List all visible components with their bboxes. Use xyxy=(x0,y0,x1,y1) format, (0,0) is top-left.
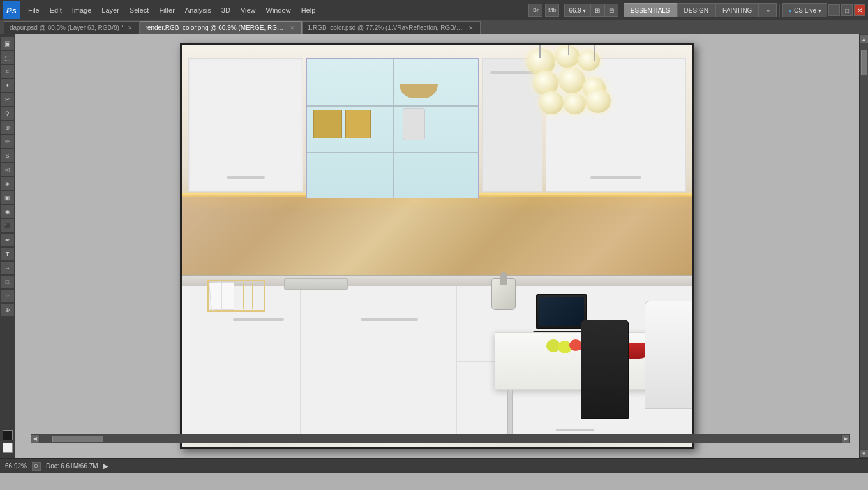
shelf-line-1 xyxy=(307,105,478,107)
left-tools-panel: ▣ ⬚ ⌗ ✦ ✂ ⚲ ⊕ ✏ S ◎ ◈ ▣ ◉ ⬛ ✒ T → □ ☞ ⊕ xyxy=(0,34,15,458)
scroll-thumb-vertical[interactable] xyxy=(861,50,867,75)
menu-edit[interactable]: Edit xyxy=(45,4,67,17)
zoom-percentage: 66.92% xyxy=(5,463,27,470)
pen-tool[interactable]: ✒ xyxy=(1,234,14,246)
menu-select[interactable]: Select xyxy=(124,4,154,17)
rack-wire-5 xyxy=(252,283,253,309)
canvas-area[interactable]: ◀ ▶ xyxy=(15,34,859,458)
menu-layer[interactable]: Layer xyxy=(96,4,124,17)
grid-toggle[interactable]: ⊞ xyxy=(590,4,604,17)
kettle-lid xyxy=(500,272,507,285)
status-arrow[interactable]: ▶ xyxy=(103,463,108,470)
dish-rack xyxy=(201,280,271,315)
cabinet-handle-right xyxy=(590,176,641,179)
type-tool[interactable]: T xyxy=(1,248,14,260)
move-tool[interactable]: ▣ xyxy=(1,37,14,50)
horizontal-scrollbar[interactable]: ◀ ▶ xyxy=(31,434,850,443)
document-info: Doc: 6.61M/66.7M xyxy=(46,463,98,470)
clone-tool[interactable]: S xyxy=(1,149,14,162)
mini-bridge-icon[interactable]: Mb xyxy=(545,4,559,17)
zoom-status-icon[interactable]: ⊕ xyxy=(32,462,41,471)
sink-area xyxy=(284,278,348,290)
chandelier-bulb-5 xyxy=(558,68,585,93)
eyedropper-tool[interactable]: ⚲ xyxy=(1,107,14,120)
gradient-tool[interactable]: ▣ xyxy=(1,191,14,204)
tab-dapur[interactable]: dapur.psd @ 80.5% (Layer 63, RGB/8) * ✕ xyxy=(4,21,140,34)
cs-live-button[interactable]: ● CS Live ▾ xyxy=(782,3,827,17)
main-area: ▣ ⬚ ⌗ ✦ ✂ ⚲ ⊕ ✏ S ◎ ◈ ▣ ◉ ⬛ ✒ T → □ ☞ ⊕ xyxy=(0,34,868,458)
scroll-up-arrow[interactable]: ▲ xyxy=(860,34,869,43)
workspace-essentials[interactable]: ESSENTIALS xyxy=(624,3,677,17)
healing-tool[interactable]: ⊕ xyxy=(1,121,14,134)
ps-logo: Ps xyxy=(3,1,20,19)
scroll-down-arrow[interactable]: ▼ xyxy=(860,449,869,458)
plate-2 xyxy=(221,282,234,310)
tab-close-vray[interactable]: ✕ xyxy=(467,24,475,32)
tab-render[interactable]: render.RGB_color.png @ 66.9% (MERGE, RGB… xyxy=(140,21,302,34)
scroll-track-vertical[interactable] xyxy=(860,43,868,449)
menu-help[interactable]: Help xyxy=(296,4,321,17)
window-maximize[interactable]: □ xyxy=(841,4,853,16)
dodge-tool[interactable]: ⬛ xyxy=(1,219,14,232)
shelf-line-2 xyxy=(307,152,478,153)
arrange-toggle[interactable]: ⊟ xyxy=(604,4,618,17)
rack-wire-4 xyxy=(243,283,244,309)
shape-tool[interactable]: □ xyxy=(1,276,14,288)
vertical-scrollbar[interactable]: ▲ ▼ xyxy=(859,34,868,458)
menu-view[interactable]: View xyxy=(236,4,261,17)
tab-vray[interactable]: 1.RGB_color.psd @ 77.2% (1.VRayReflectio… xyxy=(302,21,481,34)
path-select-tool[interactable]: → xyxy=(1,262,14,274)
background-color[interactable] xyxy=(3,443,13,453)
open-shelf-area xyxy=(306,58,479,198)
quick-select-tool[interactable]: ✦ xyxy=(1,79,14,92)
kitchen-backsplash xyxy=(182,195,692,278)
canvas-frame xyxy=(180,43,694,449)
bridge-icon[interactable]: Br xyxy=(528,4,542,17)
tab-close-dapur[interactable]: ✕ xyxy=(126,24,134,32)
window-minimize[interactable]: – xyxy=(828,4,840,16)
blur-tool[interactable]: ◉ xyxy=(1,205,14,218)
chandelier-stem-3 xyxy=(594,45,595,61)
lower-handle-1 xyxy=(233,318,284,321)
tab-close-render[interactable]: ✕ xyxy=(288,24,296,32)
chair-dark-left xyxy=(578,320,632,447)
brush-tool[interactable]: ✏ xyxy=(1,135,14,148)
marquee-tool[interactable]: ⬚ xyxy=(1,51,14,64)
workspace-buttons: Br Mb 66.9 ▾ ⊞ ⊟ ESSENTIALS DESIGN PAINT… xyxy=(528,3,865,17)
hand-tool[interactable]: ☞ xyxy=(1,290,14,302)
lasso-tool[interactable]: ⌗ xyxy=(1,65,14,78)
storage-box-1 xyxy=(313,110,342,138)
scroll-right-arrow[interactable]: ▶ xyxy=(841,434,850,443)
menu-window[interactable]: Window xyxy=(261,4,296,17)
lower-handle-2 xyxy=(361,318,418,321)
shelf-bowl xyxy=(400,84,438,98)
menu-file[interactable]: File xyxy=(23,4,45,17)
zoom-tool[interactable]: ⊕ xyxy=(1,304,14,316)
kitchen-appliance xyxy=(403,108,425,140)
history-brush-tool[interactable]: ◎ xyxy=(1,163,14,176)
scroll-thumb-horizontal[interactable] xyxy=(52,436,103,442)
chair-dark-back xyxy=(581,320,629,419)
scroll-track-horizontal[interactable] xyxy=(40,434,841,443)
chandelier-stem-2 xyxy=(568,45,569,55)
menu-analysis[interactable]: Analysis xyxy=(180,4,216,17)
shelf-divider xyxy=(393,59,394,198)
workspace-more[interactable]: » xyxy=(759,3,777,17)
menu-bar: Ps File Edit Image Layer Select Filter A… xyxy=(0,0,868,20)
foreground-color[interactable] xyxy=(3,430,13,440)
scroll-left-arrow[interactable]: ◀ xyxy=(31,434,40,443)
workspace-painting[interactable]: PAINTING xyxy=(715,3,759,17)
chandelier-bulb-2 xyxy=(555,45,580,68)
status-bar: 66.92% ⊕ Doc: 6.61M/66.7M ▶ xyxy=(0,458,868,473)
workspace-design[interactable]: DESIGN xyxy=(677,3,715,17)
menu-3d[interactable]: 3D xyxy=(216,4,236,17)
chair-back-panel xyxy=(645,301,692,409)
menu-image[interactable]: Image xyxy=(67,4,97,17)
kitchen-image xyxy=(182,45,692,447)
storage-box-2 xyxy=(345,110,371,138)
eraser-tool[interactable]: ◈ xyxy=(1,177,14,190)
crop-tool[interactable]: ✂ xyxy=(1,93,14,106)
window-close[interactable]: ✕ xyxy=(854,4,865,16)
zoom-level-display[interactable]: 66.9 ▾ xyxy=(564,4,590,17)
menu-filter[interactable]: Filter xyxy=(154,4,179,17)
